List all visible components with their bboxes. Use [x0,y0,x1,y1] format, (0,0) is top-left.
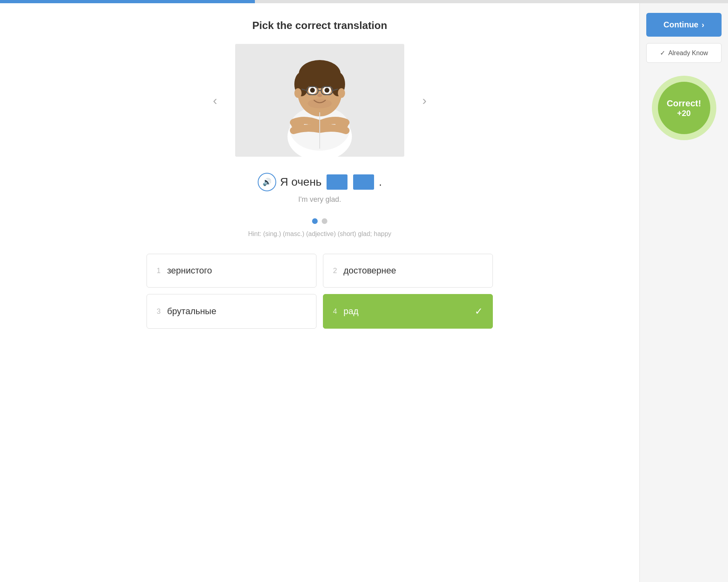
option-card-3[interactable]: 3 брутальные [147,294,316,329]
option-card-1[interactable]: 1 зернистого [147,254,316,288]
audio-button[interactable]: 🔊 [258,173,276,191]
progress-bar-container [0,0,728,3]
next-arrow[interactable]: › [416,93,432,108]
content-area: Pick the correct translation ‹ [0,3,639,582]
correct-points: +20 [677,109,691,118]
page-title: Pick the correct translation [252,19,387,32]
dots-row [312,218,327,224]
option-text-3: брутальные [167,306,306,317]
svg-point-22 [335,120,348,129]
already-know-button[interactable]: ✓ Already Know [646,43,722,63]
word-blank-2 [353,174,374,190]
option-text-4: рад [343,306,468,317]
sentence-row: 🔊 Я очень . [258,173,382,191]
check-icon: ✓ [475,306,483,317]
option-number-4: 4 [333,307,337,316]
svg-point-13 [325,88,329,93]
progress-bar-fill [0,0,255,3]
option-number-2: 2 [333,267,337,275]
svg-point-19 [317,94,322,97]
sentence-suffix: . [379,176,382,188]
svg-point-20 [308,99,332,108]
person-illustration [235,44,404,157]
option-number-3: 3 [157,307,161,316]
continue-label: Continue [664,20,699,29]
option-text-1: зернистого [167,265,306,276]
dot-2 [322,218,327,224]
word-blank-1 [327,174,347,190]
speaker-icon: 🔊 [263,178,271,186]
hint-text: Hint: (sing.) (masc.) (adjective) (short… [248,230,391,238]
dot-1 [312,218,318,224]
checkmark-icon: ✓ [660,49,665,57]
option-number-1: 1 [157,267,161,275]
svg-point-21 [291,120,304,129]
continue-arrow-icon: › [701,20,704,29]
svg-point-9 [338,88,345,98]
sidebar: Continue › ✓ Already Know Correct! +20 [639,3,728,582]
sentence-area: 🔊 Я очень . I'm very glad. [24,173,615,210]
correct-label: Correct! [667,98,701,109]
prev-arrow[interactable]: ‹ [207,93,223,108]
carousel-container: ‹ [24,44,615,157]
already-know-label: Already Know [668,50,708,57]
options-grid: 1 зернистого 2 достовернее 3 брутальные … [147,254,493,329]
continue-button[interactable]: Continue › [646,13,722,37]
correct-badge-inner: Correct! +20 [658,82,710,134]
sentence-prefix: Я очень [280,176,322,188]
svg-point-8 [294,88,302,98]
option-text-2: достовернее [343,265,483,276]
option-card-4[interactable]: 4 рад ✓ [323,294,493,329]
sentence-translation: I'm very glad. [298,195,341,204]
svg-point-12 [310,88,315,93]
main-layout: Pick the correct translation ‹ [0,3,728,582]
option-card-2[interactable]: 2 достовернее [323,254,493,288]
person-image [235,44,404,157]
correct-badge-outer: Correct! +20 [652,76,716,140]
